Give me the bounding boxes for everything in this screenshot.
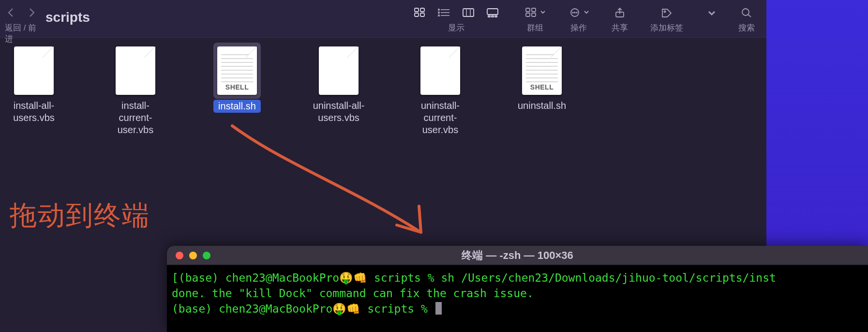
file-label: install.sh	[213, 100, 261, 113]
toolbar-overflow[interactable]	[705, 3, 716, 32]
terminal-title: 终端 — -zsh — 100×36	[167, 248, 868, 263]
action-menu-icon[interactable]	[568, 7, 582, 18]
shell-file-icon: SHELL	[522, 46, 562, 95]
tag-icon[interactable]	[660, 7, 673, 18]
view-icon-grid-icon[interactable]	[413, 7, 427, 18]
tag-caption: 添加标签	[650, 22, 683, 33]
svg-point-24	[576, 12, 577, 13]
file-item[interactable]: uninstall-current-user.vbs	[411, 46, 469, 136]
search-group: 搜索	[738, 3, 755, 33]
terminal-line: done. the "kill Dock" command can fix th…	[172, 287, 534, 300]
finder-toolbar: 返回 / 前进 scripts	[0, 0, 766, 38]
group-by-icon[interactable]	[524, 7, 538, 18]
file-grid[interactable]: install-all-users.vbsinstall-current-use…	[0, 38, 766, 145]
file-item[interactable]: uninstall-all-users.vbs	[310, 46, 368, 124]
svg-point-27	[742, 9, 749, 15]
svg-rect-18	[532, 8, 536, 12]
view-list-icon[interactable]	[437, 7, 451, 18]
share-caption: 共享	[612, 22, 628, 33]
nav-back-button[interactable]	[4, 7, 18, 18]
file-item[interactable]: SHELLinstall.sh	[208, 46, 266, 113]
view-columns-icon[interactable]	[462, 7, 475, 18]
shell-file-icon: SHELL	[217, 46, 257, 95]
nav-caption: 返回 / 前进	[5, 22, 38, 45]
svg-rect-10	[463, 9, 474, 16]
group-by-group: 群组	[524, 3, 546, 33]
window-close-button[interactable]	[176, 252, 183, 259]
file-label: install-current-user.vbs	[106, 100, 165, 136]
group-caption: 群组	[527, 22, 543, 33]
file-icon	[420, 46, 460, 95]
file-label: uninstall-current-user.vbs	[411, 100, 469, 136]
svg-rect-15	[492, 16, 494, 17]
svg-line-28	[748, 15, 751, 17]
svg-rect-3	[420, 13, 424, 16]
file-item[interactable]: SHELLuninstall.sh	[513, 46, 571, 112]
file-label: uninstall-all-users.vbs	[310, 100, 368, 124]
svg-rect-1	[420, 8, 424, 12]
action-group: 操作	[568, 3, 589, 33]
chevron-down-icon[interactable]	[584, 8, 589, 17]
folder-title: scripts	[45, 10, 90, 25]
annotation-drag-to-terminal: 拖动到终端	[10, 197, 150, 234]
file-label: install-all-users.vbs	[5, 100, 63, 124]
terminal-cursor	[435, 302, 442, 315]
svg-rect-19	[526, 13, 530, 16]
search-icon[interactable]	[740, 7, 753, 18]
svg-rect-16	[495, 16, 497, 17]
file-icon	[319, 46, 359, 95]
search-caption: 搜索	[738, 22, 755, 33]
file-item[interactable]: install-current-user.vbs	[106, 46, 165, 136]
svg-rect-2	[415, 13, 419, 16]
chevron-down-icon[interactable]	[707, 9, 716, 19]
view-caption: 显示	[448, 22, 464, 33]
file-icon	[14, 46, 54, 95]
svg-rect-20	[532, 13, 536, 16]
terminal-window[interactable]: 终端 — -zsh — 100×36 [(base) chen23@MacBoo…	[167, 246, 868, 332]
tag-group: 添加标签	[650, 3, 683, 33]
svg-point-7	[438, 9, 440, 11]
view-mode-group: 显示	[410, 3, 502, 33]
svg-rect-14	[488, 16, 490, 17]
svg-point-23	[574, 12, 575, 13]
svg-point-22	[572, 12, 573, 13]
nav-forward-button[interactable]	[25, 7, 38, 18]
svg-point-8	[438, 12, 440, 14]
window-traffic-lights	[176, 252, 210, 259]
shell-badge: SHELL	[217, 83, 257, 91]
shell-badge: SHELL	[522, 83, 562, 91]
svg-rect-17	[526, 8, 530, 12]
terminal-titlebar[interactable]: 终端 — -zsh — 100×36	[167, 246, 868, 265]
share-group: 共享	[612, 3, 628, 33]
svg-point-26	[664, 11, 665, 12]
file-icon	[116, 46, 155, 95]
file-label: uninstall.sh	[518, 100, 566, 112]
file-item[interactable]: install-all-users.vbs	[5, 46, 63, 124]
chevron-down-icon[interactable]	[540, 8, 546, 17]
svg-rect-0	[415, 8, 419, 12]
terminal-body[interactable]: [(base) chen23@MacBookPro🤑👊 scripts % sh…	[167, 265, 868, 322]
action-caption: 操作	[570, 22, 587, 33]
window-zoom-button[interactable]	[203, 252, 210, 259]
nav-back-forward-group: 返回 / 前进	[5, 3, 38, 45]
window-minimize-button[interactable]	[189, 252, 197, 259]
svg-rect-13	[487, 9, 498, 15]
view-gallery-icon[interactable]	[486, 7, 499, 18]
terminal-line: (base) chen23@MacBookPro🤑👊 scripts %	[172, 302, 434, 315]
share-icon[interactable]	[613, 7, 627, 18]
svg-point-9	[438, 15, 440, 16]
terminal-line: [(base) chen23@MacBookPro🤑👊 scripts % sh…	[172, 272, 776, 284]
